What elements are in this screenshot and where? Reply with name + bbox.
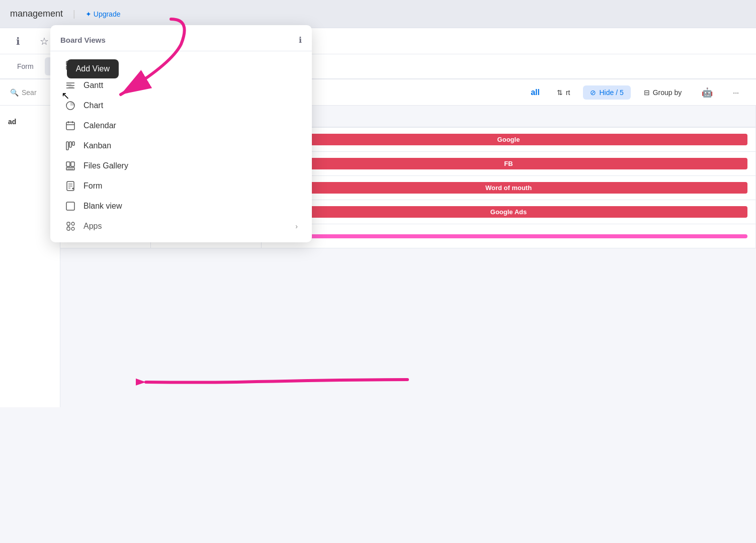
dropdown-header: Board Views ℹ: [50, 31, 312, 51]
dropdown-item-form[interactable]: Form: [54, 176, 308, 196]
search-placeholder: Sear: [22, 88, 37, 97]
svg-rect-8: [68, 86, 73, 88]
dropdown-title: Board Views: [60, 36, 106, 44]
svg-rect-14: [66, 142, 68, 150]
apps-arrow-icon: ›: [295, 222, 298, 230]
more-options-button[interactable]: ···: [726, 85, 746, 100]
kanban-icon: [64, 141, 76, 151]
upgrade-button[interactable]: ✦ Upgrade: [86, 10, 121, 18]
hide-label: Hide / 5: [599, 88, 623, 97]
gallery-icon: [64, 161, 76, 171]
source-column-header: Source: [262, 106, 756, 127]
group-by-button[interactable]: ⊟ Group by: [637, 85, 689, 100]
group-label: Group by: [653, 88, 682, 97]
dropdown-item-chart[interactable]: Chart: [54, 96, 308, 116]
blank-icon: [64, 201, 76, 211]
svg-rect-10: [66, 122, 74, 130]
svg-rect-15: [69, 142, 71, 147]
svg-rect-17: [66, 162, 70, 166]
search-area: 🔍 Sear: [10, 88, 37, 97]
source-cell: Google Ads: [262, 200, 756, 224]
source-badge: FB: [270, 158, 747, 169]
dropdown-item-gallery[interactable]: Files Gallery: [54, 156, 308, 176]
tab-form-label: Form: [17, 62, 34, 70]
search-icon: 🔍: [10, 88, 19, 97]
blank-label: Blank view: [83, 202, 122, 211]
dropdown-info-icon: ℹ: [299, 35, 302, 45]
ai-icon: 🤖: [702, 87, 713, 98]
gantt-icon: [64, 80, 76, 90]
dropdown-item-kanban[interactable]: Kanban: [54, 136, 308, 156]
app-title: management: [10, 9, 63, 19]
form-icon: [64, 181, 76, 191]
source-cell: [262, 224, 756, 248]
chart-icon: [64, 101, 76, 111]
info-button[interactable]: ℹ: [10, 33, 26, 49]
dropdown-item-apps[interactable]: Apps ›: [54, 216, 308, 236]
hide-icon: ⊘: [590, 88, 596, 97]
dropdown-item-blank[interactable]: Blank view: [54, 196, 308, 216]
gantt-label: Gantt: [83, 81, 103, 90]
svg-rect-16: [72, 142, 74, 145]
svg-rect-7: [66, 84, 71, 85]
chart-label: Chart: [83, 101, 103, 110]
svg-point-26: [71, 222, 74, 225]
svg-rect-25: [66, 202, 74, 210]
upgrade-icon: ✦: [86, 10, 92, 18]
source-badge: Google: [270, 134, 747, 145]
source-cell: Word of mouth: [262, 176, 756, 200]
sort-label: rt: [566, 88, 570, 97]
svg-point-27: [71, 227, 74, 230]
tab-form[interactable]: Form: [10, 58, 41, 74]
board-views-dropdown: Board Views ℹ Table Gantt: [50, 25, 312, 242]
apps-label: Apps: [83, 222, 102, 231]
source-badge: Google Ads: [270, 206, 747, 218]
calendar-label: Calendar: [83, 121, 116, 130]
source-badge: [270, 234, 747, 238]
sort-icon: ⇅: [557, 88, 563, 97]
apps-icon: [64, 221, 76, 231]
calendar-icon: [64, 121, 76, 131]
view-label: all: [527, 86, 544, 99]
dropdown-item-calendar[interactable]: Calendar: [54, 116, 308, 136]
top-bar: management | ✦ Upgrade: [0, 0, 756, 28]
add-view-tooltip: Add View: [67, 59, 119, 78]
source-cell: FB: [262, 152, 756, 175]
gallery-label: Files Gallery: [83, 161, 128, 170]
upgrade-label: Upgrade: [94, 10, 121, 18]
sort-button[interactable]: ⇅ rt: [550, 85, 577, 100]
dropdown-item-gantt[interactable]: Gantt: [54, 75, 308, 96]
source-cell: Google: [262, 128, 756, 151]
info-icon: ℹ: [16, 35, 20, 47]
star-icon: ☆: [40, 35, 49, 47]
hide-button[interactable]: ⊘ Hide / 5: [583, 85, 630, 100]
group-icon: ⊟: [644, 88, 650, 97]
kanban-label: Kanban: [83, 141, 111, 150]
svg-rect-18: [71, 162, 74, 166]
source-badge: Word of mouth: [270, 182, 747, 194]
more-icon: ···: [733, 88, 739, 97]
form-label: Form: [83, 182, 102, 191]
ai-button[interactable]: 🤖: [695, 84, 720, 101]
